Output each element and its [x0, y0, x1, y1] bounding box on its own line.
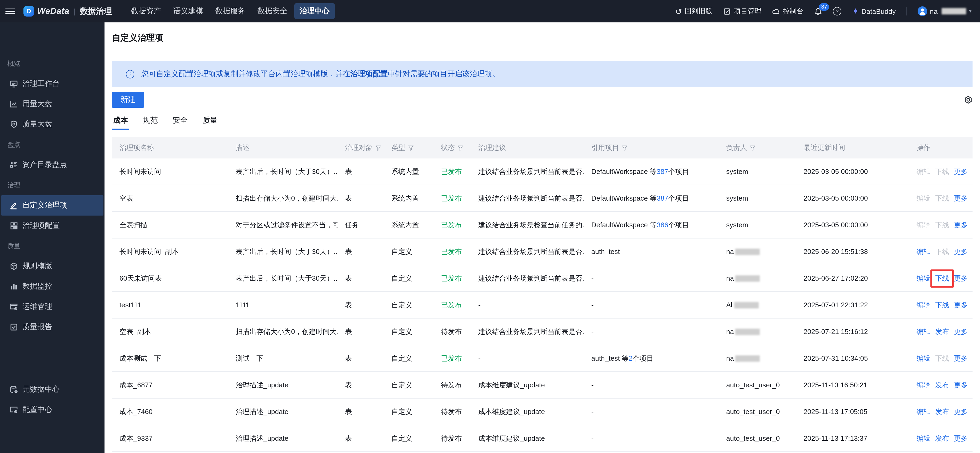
cell-last-updated: 2025-03-05 00:00:00 — [796, 212, 909, 238]
filter-icon[interactable] — [750, 145, 756, 151]
user-menu[interactable]: na ▾ — [918, 6, 972, 16]
table-row: test111 1111 表 自定义 已发布 - - Al 2025-07-01… — [112, 292, 972, 319]
table-row: 成本测试一下 测试一下 表 自定义 已发布 - auth_test 等2个项目 … — [112, 345, 972, 372]
sidebar-item-rule-templates[interactable]: 规则模版 — [1, 256, 103, 276]
cell-description: 对于分区或过滤条件设置不当，可... — [228, 212, 337, 238]
header-owner: 负责人 — [719, 137, 796, 158]
nav-item-data-assets[interactable]: 数据资产 — [126, 3, 166, 19]
edit-link[interactable]: 编辑 — [916, 380, 931, 390]
project-count-link[interactable]: 387 — [657, 167, 668, 175]
create-button[interactable]: 新建 — [112, 92, 144, 108]
nav-item-data-security[interactable]: 数据安全 — [252, 3, 293, 19]
edit-link[interactable]: 编辑 — [916, 300, 931, 310]
status-badge: 已发布 — [441, 273, 462, 283]
sidebar-item-metadata-center[interactable]: 元数据中心 — [1, 380, 103, 400]
column-settings-icon[interactable] — [964, 96, 972, 104]
project-count-link[interactable]: 386 — [657, 221, 668, 229]
publish-offline-link[interactable]: 下线 — [935, 300, 949, 310]
sidebar-item-quality-dashboard[interactable]: 质量大盘 — [1, 114, 103, 134]
more-link[interactable]: 更多 — [954, 300, 968, 310]
cell-governance-object: 表 — [337, 345, 384, 372]
publish-offline-link[interactable]: 发布 — [935, 434, 949, 443]
sidebar-item-governance-item-config[interactable]: 治理项配置 — [1, 215, 103, 236]
help-icon[interactable]: ? — [833, 7, 842, 16]
edit-link[interactable]: 编辑 — [916, 434, 931, 443]
cell-referenced-projects: - — [584, 319, 719, 345]
publish-offline-link[interactable]: 下线 — [935, 354, 949, 363]
publish-offline-link[interactable]: 发布 — [935, 327, 949, 337]
sidebar-item-usage-dashboard[interactable]: 用量大盘 — [1, 94, 103, 114]
status-badge: 待发布 — [441, 434, 462, 443]
hamburger-menu-icon[interactable] — [5, 6, 15, 16]
nav-item-governance-center[interactable]: 治理中心 — [294, 3, 335, 19]
status-badge: 已发布 — [441, 220, 462, 230]
tab-quality[interactable]: 质量 — [202, 115, 219, 130]
edit-link[interactable]: 编辑 — [916, 247, 931, 256]
publish-offline-link[interactable]: 下线 — [935, 193, 949, 203]
filter-icon[interactable] — [375, 145, 381, 151]
table-row: 成本_9337 治理描述_update 表 自定义 待发布 成本维度建议_upd… — [112, 425, 972, 452]
filter-icon[interactable] — [622, 145, 628, 151]
filter-icon[interactable] — [408, 145, 414, 151]
publish-offline-link[interactable]: 发布 — [935, 380, 949, 390]
more-link[interactable]: 更多 — [954, 354, 968, 363]
edit-link[interactable]: 编辑 — [916, 167, 931, 176]
tab-standards[interactable]: 规范 — [142, 115, 159, 130]
cell-suggestion: 成本维度建议_update — [471, 372, 584, 398]
more-link[interactable]: 更多 — [954, 247, 968, 256]
sidebar-item-custom-governance-items[interactable]: 自定义治理项 — [1, 195, 103, 215]
cell-description: 1111 — [228, 292, 337, 318]
more-link[interactable]: 更多 — [954, 220, 968, 230]
edit-link[interactable]: 编辑 — [916, 354, 931, 363]
nav-item-semantic-modeling[interactable]: 语义建模 — [168, 3, 208, 19]
publish-offline-link[interactable]: 下线 — [935, 220, 949, 230]
console-link[interactable]: 控制台 — [772, 6, 803, 16]
notifications-bell[interactable]: 37 — [814, 7, 822, 15]
sidebar-item-asset-catalog-inventory[interactable]: 资产目录盘点 — [1, 155, 103, 175]
more-link[interactable]: 更多 — [954, 434, 968, 443]
cloud-icon — [772, 7, 780, 15]
publish-offline-link[interactable]: 下线 — [935, 247, 949, 256]
project-count-link[interactable]: 387 — [657, 194, 668, 202]
sidebar-collapse-button[interactable] — [0, 429, 105, 450]
sidebar-item-data-monitoring[interactable]: 数据监控 — [1, 276, 103, 297]
logo-divider: | — [73, 7, 75, 16]
filter-icon[interactable] — [458, 145, 463, 151]
sidebar-item-config-center[interactable]: 配置中心 — [1, 400, 103, 420]
sidebar-item-governance-workbench[interactable]: 治理工作台 — [1, 73, 103, 94]
edit-link[interactable]: 编辑 — [916, 273, 931, 283]
cell-status: 已发布 — [433, 185, 471, 211]
cell-status: 待发布 — [433, 319, 471, 345]
databuddy-link[interactable]: ✦ DataBuddy — [852, 6, 896, 16]
project-management-link[interactable]: 项目管理 — [723, 6, 761, 16]
back-to-old-version-link[interactable]: ↺ 回到旧版 — [675, 6, 712, 16]
governance-config-link[interactable]: 治理项配置 — [350, 69, 388, 78]
more-link[interactable]: 更多 — [954, 193, 968, 203]
tab-cost[interactable]: 成本 — [112, 115, 129, 130]
publish-offline-link[interactable]: 下线 — [935, 273, 949, 283]
cell-item-name: 成本测试一下 — [112, 345, 228, 372]
tab-security[interactable]: 安全 — [172, 115, 189, 130]
edit-link[interactable]: 编辑 — [916, 327, 931, 337]
edit-link[interactable]: 编辑 — [916, 193, 931, 203]
nav-item-data-services[interactable]: 数据服务 — [210, 3, 251, 19]
list-icon — [10, 161, 18, 169]
more-link[interactable]: 更多 — [954, 407, 968, 416]
cell-status: 已发布 — [433, 212, 471, 238]
edit-link[interactable]: 编辑 — [916, 220, 931, 230]
header-item-name: 治理项名称 — [112, 137, 228, 158]
cell-item-name: 长时间未访问 — [112, 158, 228, 185]
sidebar-item-quality-report[interactable]: 质量报告 — [1, 317, 103, 337]
publish-offline-link[interactable]: 发布 — [935, 407, 949, 416]
more-link[interactable]: 更多 — [954, 273, 968, 283]
product-name: 数据治理 — [80, 6, 112, 16]
more-link[interactable]: 更多 — [954, 167, 968, 176]
cell-owner: system — [719, 158, 796, 185]
more-link[interactable]: 更多 — [954, 380, 968, 390]
publish-offline-link[interactable]: 下线 — [935, 167, 949, 176]
edit-link[interactable]: 编辑 — [916, 407, 931, 416]
sidebar-item-ops-management[interactable]: 运维管理 — [1, 297, 103, 317]
cell-type: 系统内置 — [384, 158, 433, 185]
more-link[interactable]: 更多 — [954, 327, 968, 337]
project-count-link[interactable]: 2 — [628, 354, 632, 362]
